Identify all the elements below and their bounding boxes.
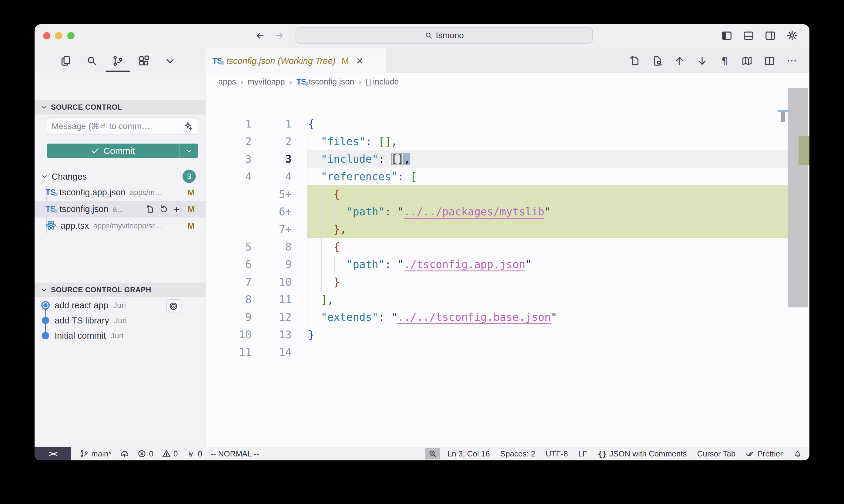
split-editor-button[interactable] (763, 54, 776, 68)
open-file-icon[interactable] (145, 205, 155, 214)
status-item-cursor-tab[interactable]: Cursor Tab (697, 449, 736, 458)
code-line-8[interactable]: 58 { (206, 238, 788, 256)
token-pl (308, 258, 346, 270)
tab-close-button[interactable]: × (356, 55, 363, 67)
status-item-0[interactable]: 0 (186, 449, 202, 458)
source-control-header-label: SOURCE CONTROL (51, 103, 122, 111)
code-line-7[interactable]: 7+ }, (206, 220, 788, 238)
status-item-0[interactable]: 0 (162, 449, 178, 458)
whitespace-button[interactable]: ¶ (718, 54, 731, 68)
commit-author: Juri (111, 331, 123, 340)
editor-scrollbar[interactable] (788, 88, 808, 307)
code-line-4[interactable]: 44 "references": [ (206, 168, 788, 185)
commit-dot (42, 317, 49, 324)
code-line-6[interactable]: 6+ "path": "../../packages/mytslib" (206, 203, 788, 220)
source-control-graph-header[interactable]: SOURCE CONTROL GRAPH (35, 283, 206, 297)
changed-file-row-tsconfig.json[interactable]: TStsconfig.jsona…+M (35, 201, 206, 217)
code-line-12[interactable]: 912 "extends": "../../tsconfig.base.json… (206, 308, 788, 326)
modified-line-number: 7+ (252, 220, 292, 238)
file-path: apps/myviteapp/sr… (93, 221, 162, 230)
code-line-2[interactable]: 22 "files": [], (206, 133, 788, 150)
layout-panel-button[interactable] (742, 29, 756, 42)
breadcrumb-item-include[interactable]: [ ]include (366, 77, 399, 87)
command-center-search[interactable]: tsmono (296, 27, 593, 43)
token-q: " (551, 311, 557, 323)
status-item[interactable] (425, 448, 440, 460)
activity-item-search[interactable] (85, 52, 99, 70)
commit-button[interactable]: Commit (47, 144, 198, 158)
code-line-11[interactable]: 811 ], (206, 291, 788, 308)
code-line-3[interactable]: 33 "include": [], (206, 150, 788, 168)
remote-indicator[interactable]: >< (35, 447, 71, 461)
open-changes-button[interactable] (628, 54, 641, 68)
token-pu: , (391, 136, 397, 147)
commit-message-box[interactable] (47, 118, 198, 135)
commit-button-main[interactable]: Commit (47, 146, 179, 156)
indent-guide (334, 256, 335, 273)
status-item-normal[interactable]: -- NORMAL -- (211, 449, 259, 458)
more-actions-icon: ··· (787, 55, 797, 67)
commit-dropdown-button[interactable] (179, 144, 198, 158)
commit-dot (42, 332, 49, 339)
code-line-13[interactable]: 1013} (206, 326, 788, 343)
code-line-10[interactable]: 710 } (206, 273, 788, 291)
token-pl (308, 170, 321, 183)
file-path: apps/m… (130, 188, 162, 197)
commit-row[interactable]: Initial commitJuri (35, 328, 206, 343)
map-button[interactable] (740, 54, 754, 68)
status-item-prettier[interactable]: Prettier (746, 449, 783, 458)
breadcrumb-item-myviteapp[interactable]: myviteapp (248, 77, 285, 87)
status-item-0[interactable]: 0 (137, 449, 153, 458)
code-line-5[interactable]: 5+ { (206, 185, 788, 203)
checkout-target-button[interactable] (167, 299, 180, 313)
breadcrumb-item-apps[interactable]: apps (218, 77, 236, 87)
code-line-14[interactable]: 1114 (206, 343, 788, 361)
nav-back-button[interactable] (254, 30, 266, 42)
status-item-spaces-2[interactable]: Spaces: 2 (500, 449, 535, 458)
settings-gear-button[interactable] (785, 29, 799, 42)
code-line-9[interactable]: 69 "path": "./tsconfig.app.json" (206, 256, 788, 273)
status-item[interactable] (120, 449, 129, 458)
changed-file-row-app.tsx[interactable]: app.tsxapps/myviteapp/sr…M (35, 217, 206, 234)
status-item-main[interactable]: main* (80, 449, 111, 458)
status-item[interactable] (793, 449, 802, 458)
token-pu: : (366, 136, 378, 147)
activity-item-more-views[interactable] (163, 52, 177, 70)
status-item-ln-3-col-16[interactable]: Ln 3, Col 16 (447, 449, 490, 458)
status-item-lf[interactable]: LF (578, 449, 587, 458)
layout-sidebar-left-button[interactable] (720, 29, 734, 42)
layout-sidebar-right-button[interactable] (763, 29, 777, 42)
activity-item-extensions[interactable] (137, 52, 151, 70)
stage-icon[interactable]: + (173, 204, 179, 214)
tab-tsconfig-working-tree[interactable]: TS tsconfig.json (Working Tree) M × (206, 49, 386, 73)
changed-file-row-tsconfig.app.json[interactable]: TStsconfig.app.jsonapps/m…M (35, 184, 206, 201)
status-item-label: 0 (173, 449, 178, 458)
status-item-json-with-comments[interactable]: {}JSON with Comments (598, 449, 687, 458)
source-control-header[interactable]: SOURCE CONTROL (35, 100, 206, 114)
activity-item-explorer[interactable] (59, 52, 73, 70)
status-item-utf-8[interactable]: UTF-8 (546, 449, 568, 458)
previous-change-button[interactable] (673, 54, 686, 68)
traffic-light-maximize[interactable] (67, 32, 74, 39)
commit-row[interactable]: add react appJuri (35, 298, 206, 313)
file-row-actions: + (145, 204, 179, 214)
commit-row[interactable]: add TS libraryJuri (35, 313, 206, 328)
traffic-light-minimize[interactable] (55, 32, 63, 39)
token-br: ] (321, 293, 327, 306)
traffic-light-close[interactable] (43, 32, 50, 39)
chevron-down-icon (40, 103, 48, 111)
modified-line-number: 12 (252, 308, 292, 326)
changes-section-header[interactable]: Changes 3 (35, 170, 206, 183)
commit-message-input[interactable] (52, 122, 183, 131)
more-actions-button[interactable]: ··· (785, 54, 798, 68)
sparkle-icon[interactable] (183, 121, 193, 131)
discard-icon[interactable] (159, 205, 169, 214)
file-search-button[interactable] (651, 54, 664, 68)
next-change-button[interactable] (695, 54, 709, 68)
activity-item-source-control[interactable] (111, 52, 125, 70)
status-item-label: 0 (149, 449, 153, 458)
nav-forward-button[interactable] (273, 30, 286, 42)
breadcrumb-item-tsconfig.json[interactable]: TStsconfig.json (296, 77, 355, 87)
code-line-1[interactable]: 11{ (206, 115, 788, 133)
vscode-window: tsmono TS tsconfig.json (Working Tree) M… (35, 24, 809, 461)
